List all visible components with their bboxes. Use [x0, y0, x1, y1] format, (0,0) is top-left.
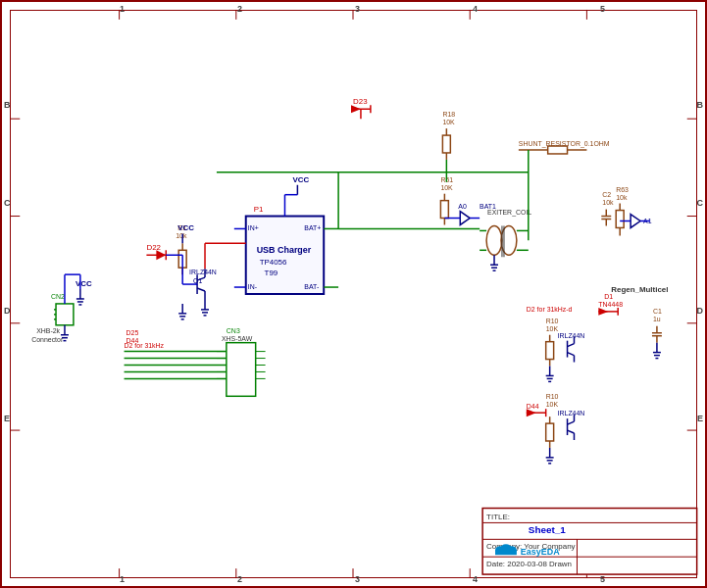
svg-text:Date:  2020-03-08     Drawn: Date: 2020-03-08 Drawn: [486, 560, 572, 568]
svg-marker-70: [351, 105, 361, 113]
svg-marker-91: [460, 212, 470, 225]
svg-text:XHS-5AW: XHS-5AW: [222, 335, 253, 342]
svg-rect-112: [227, 343, 256, 397]
svg-rect-89: [440, 201, 448, 219]
schematic-svg: VCC CN2 XHB-2k Connector D22 R1 10k VCC …: [2, 2, 705, 586]
svg-text:R10: R10: [546, 318, 559, 324]
svg-text:VCC: VCC: [76, 279, 92, 288]
svg-text:TN4448: TN4448: [598, 301, 623, 308]
svg-rect-23: [56, 304, 74, 325]
svg-text:D22: D22: [146, 243, 161, 252]
svg-rect-149: [546, 423, 554, 441]
svg-text:R10: R10: [546, 393, 559, 400]
svg-rect-166: [616, 211, 624, 228]
svg-point-97: [486, 225, 502, 255]
svg-text:EasyEDA: EasyEDA: [521, 547, 560, 557]
svg-text:USB Charger: USB Charger: [257, 245, 312, 255]
svg-point-98: [501, 225, 517, 255]
svg-rect-84: [548, 146, 568, 154]
svg-text:BAT+: BAT+: [304, 224, 321, 231]
svg-text:D44: D44: [126, 337, 139, 344]
svg-rect-134: [546, 342, 554, 360]
svg-text:D25: D25: [126, 329, 139, 336]
svg-text:1u: 1u: [653, 316, 661, 322]
svg-line-49: [197, 288, 205, 291]
svg-rect-80: [442, 135, 450, 153]
svg-line-153: [568, 421, 575, 424]
svg-text:A0: A0: [458, 203, 467, 210]
svg-marker-36: [156, 250, 166, 260]
svg-text:IRLZ44N: IRLZ44N: [558, 332, 585, 339]
svg-text:D44: D44: [527, 403, 539, 410]
svg-text:D2 for 31kHz-d: D2 for 31kHz-d: [527, 306, 573, 313]
svg-text:P1: P1: [254, 205, 264, 214]
svg-line-138: [568, 344, 575, 347]
svg-text:10K: 10K: [546, 325, 559, 332]
svg-text:IRLZ44N: IRLZ44N: [189, 269, 217, 275]
svg-text:D23: D23: [353, 97, 368, 106]
svg-text:C1: C1: [653, 308, 662, 315]
svg-text:R18: R18: [442, 111, 455, 118]
svg-text:Sheet_1: Sheet_1: [529, 524, 567, 535]
svg-text:XHB-2k: XHB-2k: [36, 327, 60, 334]
svg-text:Connector: Connector: [31, 336, 64, 343]
svg-text:CN2: CN2: [51, 293, 65, 300]
svg-text:TP4056: TP4056: [260, 258, 287, 267]
svg-line-154: [568, 430, 575, 433]
svg-text:10k: 10k: [602, 199, 614, 206]
svg-marker-160: [598, 308, 608, 316]
svg-marker-144: [527, 409, 536, 416]
svg-text:TITLE:: TITLE:: [486, 513, 510, 521]
svg-text:10K: 10K: [546, 401, 559, 408]
svg-text:SHUNT_RESISTOR_0.1OHM: SHUNT_RESISTOR_0.1OHM: [519, 140, 610, 148]
svg-text:VCC: VCC: [177, 223, 194, 232]
svg-text:IN+: IN+: [248, 224, 259, 231]
svg-text:10k: 10k: [616, 194, 628, 201]
svg-text:EXITER_COIL: EXITER_COIL: [487, 209, 531, 217]
svg-text:C2: C2: [602, 191, 611, 198]
schematic-container: 1 2 3 4 5 1 2 3 4 5 B C D E B C D E: [0, 0, 707, 588]
svg-text:D1: D1: [604, 293, 613, 300]
svg-text:T99: T99: [265, 269, 278, 277]
svg-text:IN-: IN-: [248, 283, 257, 290]
svg-text:10K: 10K: [440, 184, 453, 191]
svg-text:10k: 10k: [176, 232, 187, 239]
svg-text:CN3: CN3: [227, 327, 240, 334]
svg-line-139: [568, 353, 575, 356]
svg-text:10K: 10K: [442, 119, 455, 125]
svg-text:VCC: VCC: [292, 175, 309, 184]
svg-text:BAT-: BAT-: [304, 283, 319, 290]
svg-text:Regen_Multicel: Regen_Multicel: [611, 285, 668, 294]
svg-text:IRLZ44N: IRLZ44N: [558, 410, 585, 416]
svg-text:R63: R63: [616, 186, 629, 193]
svg-rect-228: [495, 550, 517, 555]
svg-marker-169: [631, 215, 640, 228]
